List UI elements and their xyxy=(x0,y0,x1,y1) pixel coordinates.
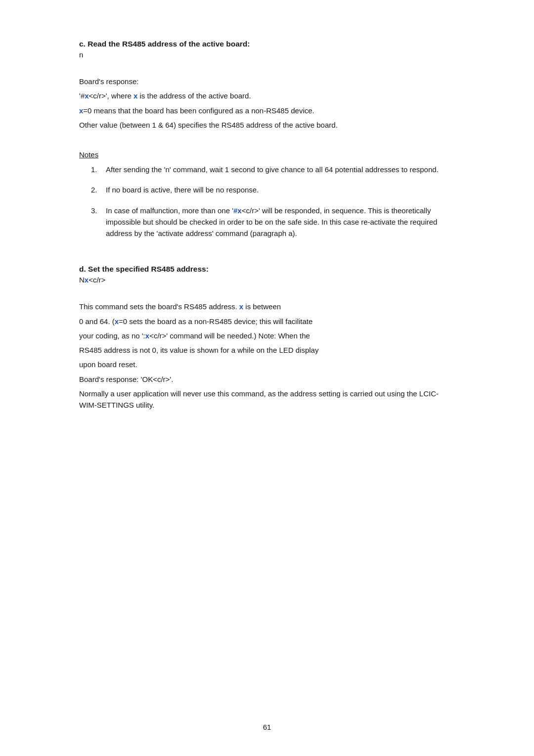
response-format-line: '#x<c/r>', where x is the address of the… xyxy=(79,90,455,101)
board-response-label: Board's response: xyxy=(79,76,455,87)
cmd-n: N xyxy=(79,276,85,284)
cmd-x: x xyxy=(85,276,89,284)
note-content-2: If no board is active, there will be no … xyxy=(106,184,455,195)
response-x: x xyxy=(85,92,89,100)
section-d-para1-line2: 0 and 64. (x=0 sets the board as a non-R… xyxy=(79,316,455,327)
response-is-address: is the address of the active board. xyxy=(137,92,251,100)
para1-x2: x xyxy=(115,317,119,326)
x-0-text: =0 means that the board has been configu… xyxy=(83,106,314,115)
cmd-cr: <c/r> xyxy=(89,276,105,284)
page: c. Read the RS485 address of the active … xyxy=(0,0,534,756)
note-number-3: 3. xyxy=(91,205,106,216)
section-c: c. Read the RS485 address of the active … xyxy=(79,40,455,239)
notes-section: Notes 1. After sending the 'n' command, … xyxy=(79,150,455,239)
section-d-para3: Normally a user application will never u… xyxy=(79,388,455,411)
note-item-2: 2. If no board is active, there will be … xyxy=(79,184,455,195)
page-number: 61 xyxy=(263,723,271,731)
section-d-command: Nx<c/r> xyxy=(79,276,455,284)
notes-title: Notes xyxy=(79,150,455,159)
section-d: d. Set the specified RS485 address: Nx<c… xyxy=(79,265,455,411)
note-item-1: 1. After sending the 'n' command, wait 1… xyxy=(79,164,455,175)
section-c-header: c. Read the RS485 address of the active … xyxy=(79,40,455,48)
section-d-para1-line1: This command sets the board's RS485 addr… xyxy=(79,301,455,312)
section-c-command: n xyxy=(79,50,455,59)
hash-symbol: # xyxy=(81,92,85,100)
note-content-3: In case of malfunction, more than one '#… xyxy=(106,205,455,239)
para1-is-between: is between xyxy=(243,302,281,311)
section-d-header: d. Set the specified RS485 address: xyxy=(79,265,455,274)
section-d-para1-line3: your coding, as no ':x<c/r>' command wil… xyxy=(79,330,455,341)
note3-hash-x: #x xyxy=(233,206,242,215)
note-item-3: 3. In case of malfunction, more than one… xyxy=(79,205,455,239)
other-value-line: Other value (between 1 & 64) specifies t… xyxy=(79,119,455,131)
note-content-1: After sending the 'n' command, wait 1 se… xyxy=(106,164,455,175)
section-d-para1-line5: upon board reset. xyxy=(79,359,455,370)
section-d-para1-line4: RS485 address is not 0, its value is sho… xyxy=(79,344,455,356)
notes-list: 1. After sending the 'n' command, wait 1… xyxy=(79,164,455,239)
response-cr: <c/r>', where xyxy=(89,92,134,100)
para1-x3: x xyxy=(145,331,149,340)
para1-start: This command sets the board's RS485 addr… xyxy=(79,302,239,311)
note-number-2: 2. xyxy=(91,184,106,195)
board-response-text: Board's response: xyxy=(79,77,138,86)
para1-x1: x xyxy=(239,302,243,311)
section-d-para2: Board's response: 'OK<c/r>'. xyxy=(79,374,455,385)
note-number-1: 1. xyxy=(91,164,106,175)
x-equals-0-line: x=0 means that the board has been config… xyxy=(79,105,455,116)
